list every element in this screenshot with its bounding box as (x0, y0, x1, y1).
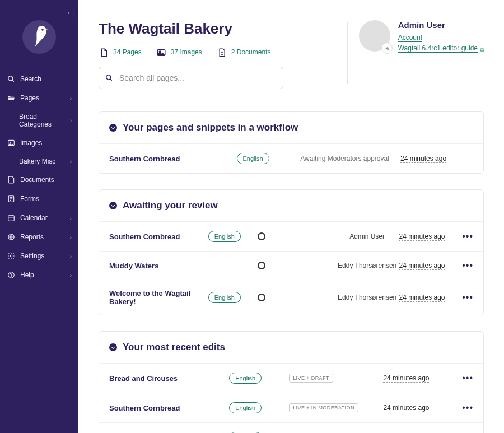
summary-documents[interactable]: 2 Documents (217, 48, 271, 58)
panel-toggle[interactable]: Awaiting your review (99, 190, 483, 221)
submitted-by: Eddy Thorsørensen (335, 294, 399, 301)
more-actions-button[interactable]: ••• (462, 403, 473, 413)
review-panel: Awaiting your review Southern Cornbread … (99, 189, 484, 315)
collapse-sidebar-button[interactable]: ←| (67, 9, 73, 17)
timestamp: 24 minutes ago (399, 262, 445, 270)
timestamp: 24 minutes ago (383, 374, 429, 383)
documents-link[interactable]: 2 Documents (231, 48, 271, 57)
chevron-right-icon: › (70, 272, 72, 278)
account-link[interactable]: Account (398, 34, 422, 42)
timestamp: 24 minutes ago (400, 155, 446, 163)
edit-avatar-icon[interactable]: ✎ (386, 46, 390, 52)
more-actions-button[interactable]: ••• (462, 231, 473, 241)
page-name: Southern Cornbread (109, 155, 237, 163)
page-name: Bread and Circuses (109, 374, 229, 383)
divider (347, 22, 348, 84)
page-status: LIVE + DRAFT (289, 374, 333, 383)
sidebar: ←| Search Pages › Bread Categories (0, 0, 78, 433)
nav-pages[interactable]: Pages › (0, 89, 78, 108)
search-icon (7, 75, 16, 83)
nav-help[interactable]: Help › (0, 266, 78, 285)
site-title: The Wagtail Bakery (99, 20, 334, 38)
help-icon (7, 271, 16, 280)
task-status-icon (258, 294, 265, 301)
search-input[interactable] (99, 67, 283, 89)
document-icon (7, 175, 16, 184)
submitted-by: Eddy Thorsørensen (335, 262, 399, 269)
summary-images[interactable]: 37 Images (156, 48, 202, 58)
panel-title: Your pages and snippets in a workflow (123, 122, 298, 133)
gear-icon (7, 252, 16, 260)
form-icon (7, 194, 16, 203)
workflow-status: Awaiting Moderators approval (300, 155, 400, 162)
page-status: LIVE + IN MODERATION (289, 403, 358, 412)
more-actions-button[interactable]: ••• (462, 292, 473, 302)
page-name: Southern Cornbread (109, 232, 208, 241)
task-status-icon (258, 262, 265, 269)
svg-point-1 (8, 76, 13, 81)
user-block: ✎ Admin User Account Wagtail 6.4rc1 edit… (359, 20, 484, 89)
page-name: Welcome to the Wagtail Bakery! (109, 289, 208, 306)
collapse-icon (109, 343, 117, 351)
avatar[interactable]: ✎ (359, 20, 390, 52)
chevron-right-icon: › (70, 95, 72, 101)
panel-title: Your most recent edits (123, 342, 225, 353)
panel-toggle[interactable]: Your most recent edits (99, 332, 483, 363)
language-pill: English (237, 153, 269, 164)
header: The Wagtail Bakery 34 Pages 37 Images 2 … (99, 20, 484, 89)
chevron-right-icon: › (70, 215, 72, 221)
table-row[interactable]: Welcome to the Wagtail Bakery! English E… (99, 280, 483, 315)
table-row[interactable]: Southern Cornbread English LIVE + IN MOD… (99, 393, 483, 422)
summary-pages[interactable]: 34 Pages (99, 48, 142, 58)
nav-reports[interactable]: Reports › (0, 227, 78, 246)
page-icon (99, 48, 109, 58)
calendar-icon (7, 213, 16, 222)
images-link[interactable]: 37 Images (171, 48, 202, 57)
nav-documents[interactable]: Documents (0, 170, 78, 189)
nav-images-sub[interactable]: Bakery Misc › (0, 152, 78, 170)
more-actions-button[interactable]: ••• (462, 373, 473, 383)
table-row[interactable]: Southern Cornbread English Awaiting Mode… (99, 143, 483, 173)
language-pill: English (208, 231, 241, 242)
nav-search[interactable]: Search (0, 69, 78, 89)
page-name: Southern Cornbread (109, 404, 229, 412)
svg-point-4 (10, 142, 11, 143)
collapse-icon (109, 124, 117, 132)
timestamp: 24 minutes ago (399, 232, 445, 241)
page-name: Muddy Waters (109, 262, 208, 270)
nav-calendar[interactable]: Calendar › (0, 208, 78, 227)
panel-title: Awaiting your review (123, 200, 218, 211)
nav-pages-sub[interactable]: Bread Categories › (0, 108, 78, 133)
editor-guide-link[interactable]: Wagtail 6.4rc1 editor guide (398, 44, 478, 53)
workflow-panel: Your pages and snippets in a workflow So… (99, 111, 484, 174)
svg-point-21 (106, 75, 111, 80)
user-name: Admin User (398, 20, 484, 30)
language-pill: English (229, 402, 262, 413)
nav-images[interactable]: Images (0, 133, 78, 152)
search-box (99, 67, 283, 89)
svg-line-2 (12, 80, 14, 82)
main-content: The Wagtail Bakery 34 Pages 37 Images 2 … (78, 0, 504, 433)
logo-circle (22, 20, 56, 54)
chevron-right-icon: › (70, 253, 72, 259)
task-status-icon (258, 232, 265, 240)
nav-settings[interactable]: Settings › (0, 246, 78, 266)
panel-toggle[interactable]: Your pages and snippets in a workflow (99, 112, 483, 143)
search-icon (105, 74, 113, 82)
globe-icon (7, 232, 16, 241)
table-row[interactable]: Bread and Circuses English LIVE + DRAFT … (99, 363, 483, 393)
external-link-icon: ⧉ (480, 46, 484, 53)
pages-link[interactable]: 34 Pages (113, 48, 142, 57)
timestamp: 24 minutes ago (383, 404, 429, 412)
table-row[interactable]: Muddy Waters Eddy Thorsørensen 24 minute… (99, 251, 483, 280)
table-row[interactable]: Southern Cornbread English Admin User 24… (99, 221, 483, 251)
wagtail-bird-icon (30, 25, 48, 49)
table-row[interactable]: Contact Us English🔒 LIVE 24 minutes ago … (99, 422, 483, 433)
timestamp: 24 minutes ago (399, 294, 445, 302)
svg-rect-9 (8, 216, 15, 221)
nav-forms[interactable]: Forms (0, 189, 78, 208)
svg-point-14 (10, 255, 12, 257)
chevron-right-icon: › (70, 118, 72, 124)
image-icon (156, 48, 166, 58)
more-actions-button[interactable]: ••• (462, 260, 473, 271)
